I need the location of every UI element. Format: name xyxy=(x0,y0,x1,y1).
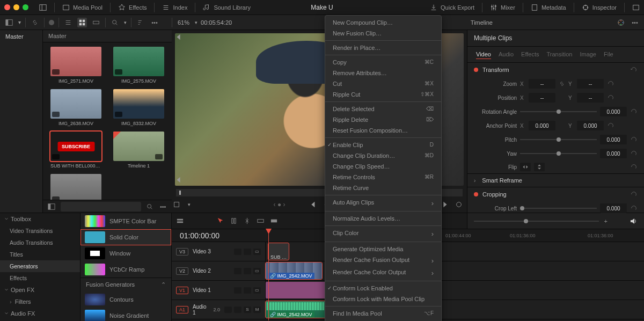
track-body[interactable]: SUB … xyxy=(266,242,644,261)
media-clip[interactable]: SUBSCRIBESUB WITH BELL0000… xyxy=(47,132,105,169)
pos-x[interactable] xyxy=(529,93,555,103)
menu-item[interactable]: Generate Optimized Media xyxy=(325,244,441,254)
pitch-value[interactable] xyxy=(600,135,627,144)
track-control[interactable]: ▭ xyxy=(253,268,261,274)
track-body[interactable]: 🔗 IMG_2542.MOV xyxy=(266,300,644,319)
menu-item[interactable]: Render Cache Color Output xyxy=(325,267,441,279)
track-control[interactable] xyxy=(234,287,241,294)
gen-ycbcr[interactable]: YCbCr Ramp xyxy=(80,261,171,278)
tab-video[interactable]: Video xyxy=(476,50,491,59)
reset-icon[interactable] xyxy=(607,80,614,87)
search-icon[interactable] xyxy=(110,18,120,27)
fullscreen-icon[interactable] xyxy=(632,4,640,11)
rotation-slider[interactable] xyxy=(520,107,597,116)
track-control[interactable]: M xyxy=(253,307,261,313)
menu-item[interactable]: Copy⌘C xyxy=(325,57,441,68)
menu-item[interactable]: ✓Enable ClipD xyxy=(325,140,441,150)
menu-item[interactable]: Ripple Delete⌦ xyxy=(325,114,441,125)
cropping-section[interactable]: Cropping xyxy=(467,187,644,201)
sort-icon[interactable] xyxy=(136,18,145,27)
media-clip[interactable]: IMG_8332.MOV xyxy=(110,89,167,126)
filters[interactable]: ›Filters xyxy=(0,296,80,308)
track-body[interactable]: 🔗 IMG_2542.MOV xyxy=(266,261,644,280)
metadata-tab[interactable]: Metadata xyxy=(531,4,566,11)
track-control[interactable] xyxy=(234,268,241,274)
track-control[interactable]: S xyxy=(244,307,251,313)
effects-item[interactable]: Effects xyxy=(0,272,80,284)
track-control[interactable] xyxy=(244,268,251,274)
panel-toggle-icon[interactable] xyxy=(4,18,14,27)
track-control[interactable] xyxy=(234,307,241,313)
cropleft-value[interactable] xyxy=(600,203,627,213)
rotation-value[interactable] xyxy=(600,107,627,116)
yaw-slider[interactable] xyxy=(520,149,597,158)
menu-item[interactable]: Retime Curve xyxy=(325,183,441,193)
color-dot[interactable] xyxy=(49,20,54,25)
options-icon[interactable]: ••• xyxy=(630,18,640,27)
next-clip-icon[interactable] xyxy=(441,201,449,208)
generators[interactable]: Generators xyxy=(0,260,80,272)
media-clip[interactable]: Timeline 1 xyxy=(110,132,167,169)
menu-item[interactable]: Change Clip Duration…⌘D xyxy=(325,150,441,161)
close-window[interactable] xyxy=(4,4,10,10)
strip-view-icon[interactable] xyxy=(91,18,101,27)
grid-view-icon[interactable] xyxy=(77,18,87,27)
menu-item[interactable]: ✓Conform Lock Enabled xyxy=(325,283,441,294)
link-icon[interactable] xyxy=(30,18,40,27)
menu-item[interactable]: New Fusion Clip… xyxy=(325,28,441,39)
cropleft-slider[interactable] xyxy=(520,203,597,213)
menu-item[interactable]: Delete Selected⌫ xyxy=(325,104,441,114)
track-body[interactable] xyxy=(266,281,644,300)
blade-tool-icon[interactable] xyxy=(243,217,251,225)
layout-icon[interactable] xyxy=(39,4,47,11)
options-icon[interactable]: ••• xyxy=(150,18,159,27)
timeline-clip[interactable]: 🔗 IMG_2542.MOV xyxy=(266,262,322,279)
viewer-timecode[interactable]: 00:05:54:20 xyxy=(197,19,235,26)
menu-item[interactable]: Cut⌘X xyxy=(325,78,441,89)
media-clip[interactable]: IMG_2575.MOV xyxy=(110,47,167,84)
pitch-slider[interactable] xyxy=(520,135,597,144)
zoom-y[interactable] xyxy=(577,79,604,89)
davinci-logo-icon[interactable] xyxy=(616,18,626,27)
titles[interactable]: Titles xyxy=(0,249,80,260)
menu-item[interactable]: Render in Place… xyxy=(325,42,441,53)
trim-tool-icon[interactable] xyxy=(230,217,238,225)
first-frame-icon[interactable] xyxy=(309,201,316,208)
panel-icon[interactable] xyxy=(47,202,56,211)
quick-export-tab[interactable]: Quick Export xyxy=(430,4,474,11)
media-pool-tab[interactable]: Media Pool xyxy=(62,4,103,11)
timeline-view-icon[interactable] xyxy=(176,217,184,225)
gen-solid-color[interactable]: Solid Color xyxy=(80,229,171,245)
menu-item[interactable]: Duplicated Frames xyxy=(325,319,441,321)
transform-section[interactable]: Transform xyxy=(467,63,644,77)
search-icon[interactable] xyxy=(145,202,155,211)
menu-item[interactable]: Find In Media Pool⌥F xyxy=(325,308,441,319)
gen-contours[interactable]: Contours xyxy=(80,291,171,308)
menu-item[interactable]: Clip Color xyxy=(325,228,441,240)
gen-noise-gradient[interactable]: Noise Gradient xyxy=(80,308,171,321)
toolbox-group[interactable]: Toolbox xyxy=(0,213,80,225)
menu-item[interactable]: Auto Align Clips xyxy=(325,197,441,209)
pos-y[interactable] xyxy=(577,93,604,103)
track-control[interactable]: ▭ xyxy=(253,287,261,294)
flip-v-button[interactable] xyxy=(534,163,545,171)
master-bin[interactable]: Master xyxy=(0,30,42,43)
overwrite-tool-icon[interactable] xyxy=(270,217,278,225)
insert-tool-icon[interactable] xyxy=(257,217,265,225)
index-tab[interactable]: Index xyxy=(162,4,187,11)
anchor-y[interactable] xyxy=(577,121,604,130)
reset-icon[interactable] xyxy=(630,66,638,74)
sound-library-tab[interactable]: Sound Library xyxy=(203,4,251,11)
video-transitions[interactable]: Video Transitions xyxy=(0,225,80,237)
media-clip[interactable]: IMG_2571.MOV xyxy=(47,47,105,84)
options-icon[interactable]: ••• xyxy=(158,202,167,211)
mixer-tab[interactable]: Mixer xyxy=(490,4,515,11)
flip-h-button[interactable] xyxy=(520,163,531,171)
audiofx-group[interactable]: Audio FX xyxy=(0,308,80,319)
menu-item[interactable]: Retime Controls⌘R xyxy=(325,172,441,183)
loop-icon[interactable] xyxy=(455,201,463,208)
effects-tab[interactable]: Effects xyxy=(118,4,147,11)
gen-smpte[interactable]: SMPTE Color Bar xyxy=(80,213,171,229)
track-control[interactable] xyxy=(224,307,232,313)
tab-file[interactable]: File xyxy=(604,50,613,59)
